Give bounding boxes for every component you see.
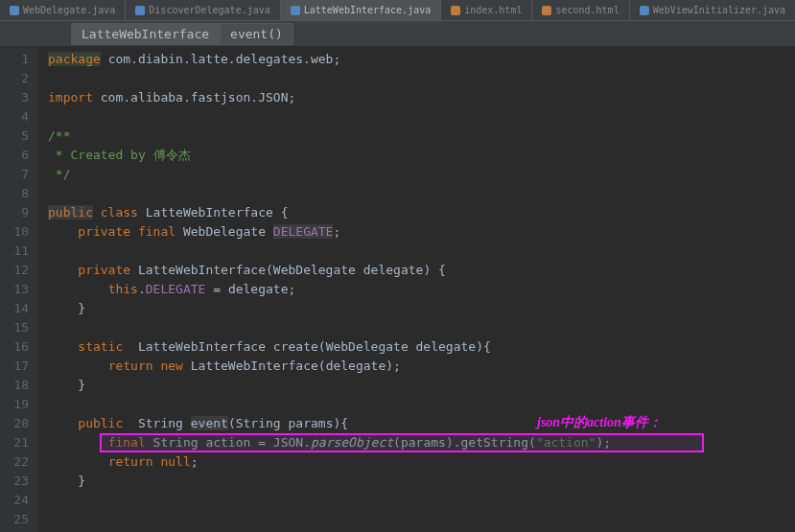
- line-number: 6: [0, 146, 29, 165]
- code-line: public String event(String params){: [48, 414, 795, 433]
- line-number: 25: [0, 510, 29, 529]
- tab-webdelegate[interactable]: WebDelegate.java: [0, 0, 126, 20]
- line-number: 12: [0, 261, 29, 280]
- html-icon: [542, 6, 551, 15]
- line-number: 4: [0, 107, 29, 127]
- java-icon: [10, 6, 19, 15]
- code-line: return new LatteWebInterface(delegate);: [48, 357, 795, 376]
- code-line: package com.diabin.latte.delegates.web;: [48, 50, 795, 69]
- code-line: [48, 491, 795, 510]
- tab-second-html[interactable]: second.html: [532, 0, 629, 20]
- line-number: 16@: [0, 337, 29, 357]
- code-line: }: [48, 472, 795, 491]
- line-number: 13: [0, 280, 29, 299]
- line-number: 2: [0, 69, 29, 88]
- code-line: [48, 107, 795, 127]
- code-line: [48, 184, 795, 203]
- line-number: 23: [0, 472, 29, 491]
- line-number: 24: [0, 491, 29, 510]
- code-line: [48, 510, 795, 529]
- line-number: 5: [0, 127, 29, 146]
- annotation-label: json中的action事件：: [537, 413, 662, 432]
- code-line: * Created by 傅令杰: [48, 146, 795, 165]
- breadcrumb: LatteWebInterface event(): [0, 21, 795, 46]
- tab-lattewebinterface[interactable]: LatteWebInterface.java: [281, 0, 441, 20]
- code-line: */: [48, 165, 795, 184]
- line-number: 17: [0, 357, 29, 376]
- line-number: 10: [0, 222, 29, 242]
- code-line: [48, 242, 795, 261]
- editor-tabs: WebDelegate.java DiscoverDelegate.java L…: [0, 0, 795, 21]
- line-number: 21: [0, 433, 29, 452]
- code-line: }: [48, 299, 795, 318]
- line-number: 22: [0, 452, 29, 472]
- line-number: 14: [0, 299, 29, 318]
- tab-discoverdelegate[interactable]: DiscoverDelegate.java: [126, 0, 280, 20]
- line-number: 1: [0, 50, 29, 69]
- line-number: 7: [0, 165, 29, 184]
- code-line: return null;: [48, 452, 795, 472]
- breadcrumb-class[interactable]: LatteWebInterface: [71, 23, 220, 45]
- line-number: 9: [0, 203, 29, 222]
- html-icon: [451, 6, 460, 15]
- code-line: [48, 395, 795, 414]
- code-line: }: [48, 376, 795, 395]
- breadcrumb-method[interactable]: event(): [220, 23, 293, 45]
- code-line: [48, 69, 795, 88]
- code-area[interactable]: package com.diabin.latte.delegates.web; …: [38, 46, 795, 532]
- code-editor[interactable]: 1 2 3 4 5 6 7 8 9 10 11 12 13 14 15 16@ …: [0, 46, 795, 532]
- line-number: 15: [0, 318, 29, 337]
- code-line: private LatteWebInterface(WebDelegate de…: [48, 261, 795, 280]
- code-line: private final WebDelegate DELEGATE;: [48, 222, 795, 242]
- code-line: /**: [48, 127, 795, 146]
- java-icon: [291, 6, 300, 15]
- line-number-gutter: 1 2 3 4 5 6 7 8 9 10 11 12 13 14 15 16@ …: [0, 46, 38, 532]
- line-number: 19: [0, 395, 29, 414]
- java-icon: [135, 6, 145, 15]
- line-number: 3: [0, 88, 29, 107]
- code-line: import com.alibaba.fastjson.JSON;: [48, 88, 795, 107]
- java-icon: [640, 6, 649, 15]
- code-line: public class LatteWebInterface {: [48, 203, 795, 222]
- code-line: this.DELEGATE = delegate;: [48, 280, 795, 299]
- line-number: 20: [0, 414, 29, 433]
- tab-index-html[interactable]: index.html: [441, 0, 532, 20]
- line-number: 8: [0, 184, 29, 203]
- code-line: static LatteWebInterface create(WebDeleg…: [48, 337, 795, 357]
- line-number: 18: [0, 376, 29, 395]
- code-line: [48, 318, 795, 337]
- code-line: final String action = JSON.parseObject(p…: [48, 433, 795, 452]
- line-number: 11: [0, 242, 29, 261]
- tab-webviewinitializer[interactable]: WebViewInitializer.java: [630, 0, 795, 20]
